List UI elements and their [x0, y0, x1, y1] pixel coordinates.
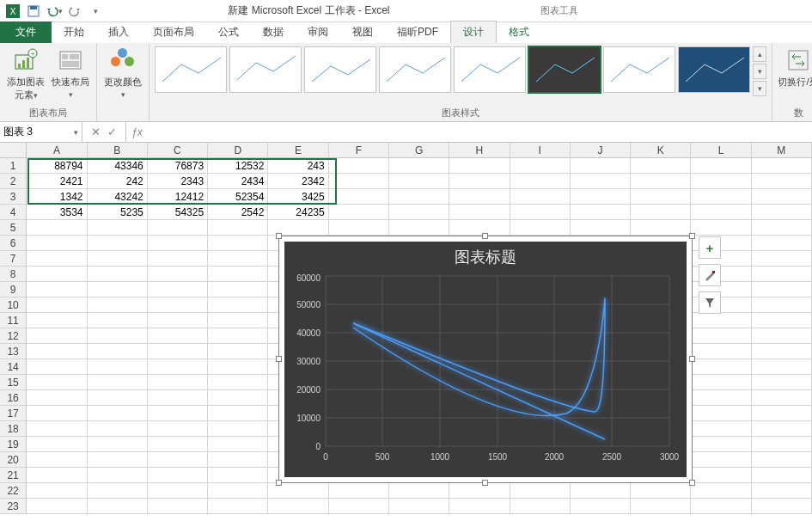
- redo-button[interactable]: [65, 2, 84, 21]
- cell[interactable]: [88, 406, 148, 421]
- cell[interactable]: [389, 189, 449, 205]
- rowhead-10[interactable]: 10: [0, 297, 27, 313]
- rowhead-14[interactable]: 14: [0, 359, 27, 375]
- cell[interactable]: [148, 390, 208, 406]
- tab-insert[interactable]: 插入: [96, 21, 141, 43]
- cell[interactable]: [449, 158, 510, 174]
- tab-review[interactable]: 审阅: [296, 21, 340, 43]
- rowhead-17[interactable]: 17: [0, 406, 27, 421]
- cell[interactable]: [329, 158, 389, 174]
- cell[interactable]: [148, 297, 208, 313]
- cell[interactable]: [571, 174, 631, 189]
- cell[interactable]: [27, 406, 87, 421]
- cell[interactable]: [631, 174, 691, 189]
- colhead-K[interactable]: K: [631, 143, 691, 157]
- tab-page-layout[interactable]: 页面布局: [141, 21, 206, 43]
- cell[interactable]: [148, 421, 208, 437]
- cell[interactable]: [571, 499, 631, 514]
- cell[interactable]: 2434: [208, 174, 268, 189]
- cell[interactable]: [329, 205, 389, 220]
- cell[interactable]: [510, 205, 571, 220]
- cell[interactable]: [571, 158, 631, 174]
- chart-style-7[interactable]: [603, 46, 675, 93]
- cell[interactable]: [752, 328, 812, 344]
- cell[interactable]: [27, 452, 87, 468]
- cell[interactable]: [389, 158, 449, 174]
- cell[interactable]: [208, 267, 268, 282]
- cell[interactable]: [752, 406, 812, 421]
- cell[interactable]: [571, 483, 631, 499]
- rowhead-3[interactable]: 3: [0, 189, 27, 205]
- cell[interactable]: [27, 282, 87, 297]
- cell[interactable]: [148, 282, 208, 297]
- cell[interactable]: [88, 499, 148, 514]
- cell[interactable]: 3534: [27, 205, 87, 220]
- cell[interactable]: [691, 344, 751, 359]
- cell[interactable]: [510, 220, 571, 236]
- cell[interactable]: [88, 297, 148, 313]
- tab-chart-format[interactable]: 格式: [497, 21, 541, 43]
- qat-customize-button[interactable]: ▾: [86, 2, 105, 21]
- chart-style-6[interactable]: [528, 46, 601, 93]
- cell[interactable]: [27, 297, 87, 313]
- cell[interactable]: 43346: [88, 158, 148, 174]
- cell[interactable]: [691, 468, 751, 483]
- cell[interactable]: [752, 359, 812, 375]
- cell[interactable]: [268, 499, 328, 514]
- change-colors-button[interactable]: 更改颜色▾: [102, 46, 143, 99]
- cell[interactable]: [631, 205, 691, 220]
- cell[interactable]: [510, 189, 571, 205]
- tab-home[interactable]: 开始: [52, 21, 96, 43]
- tab-file[interactable]: 文件: [0, 21, 52, 43]
- cell[interactable]: [691, 390, 751, 406]
- colhead-L[interactable]: L: [691, 143, 751, 157]
- cell[interactable]: [691, 359, 751, 375]
- cell[interactable]: 43242: [88, 189, 148, 205]
- cell[interactable]: [148, 313, 208, 328]
- cell[interactable]: [752, 251, 812, 267]
- cell[interactable]: [752, 499, 812, 514]
- cell[interactable]: [148, 236, 208, 251]
- cell[interactable]: 2342: [268, 174, 328, 189]
- cell[interactable]: [752, 267, 812, 282]
- cell[interactable]: [631, 158, 691, 174]
- cell[interactable]: [148, 344, 208, 359]
- chart-style-1[interactable]: [155, 46, 227, 93]
- rowhead-22[interactable]: 22: [0, 483, 27, 499]
- cell[interactable]: [752, 468, 812, 483]
- colhead-B[interactable]: B: [88, 143, 148, 157]
- colhead-I[interactable]: I: [510, 143, 571, 157]
- cell[interactable]: [148, 499, 208, 514]
- cell[interactable]: [88, 468, 148, 483]
- cell[interactable]: [752, 344, 812, 359]
- cell[interactable]: [389, 499, 449, 514]
- cell[interactable]: 12532: [208, 158, 268, 174]
- cell[interactable]: [148, 452, 208, 468]
- cell[interactable]: [88, 421, 148, 437]
- chart-elements-button[interactable]: +: [699, 236, 721, 259]
- cell[interactable]: 2542: [208, 205, 268, 220]
- cell[interactable]: [88, 313, 148, 328]
- cell[interactable]: [208, 328, 268, 344]
- select-all-corner[interactable]: [0, 143, 27, 157]
- formula-cancel-button[interactable]: ✕: [91, 126, 101, 138]
- cell[interactable]: [88, 375, 148, 390]
- cell[interactable]: 52354: [208, 189, 268, 205]
- cell[interactable]: [389, 220, 449, 236]
- cell[interactable]: [752, 220, 812, 236]
- cell[interactable]: [752, 421, 812, 437]
- cell[interactable]: [571, 220, 631, 236]
- cell[interactable]: [631, 483, 691, 499]
- cell[interactable]: [329, 220, 389, 236]
- cell[interactable]: [752, 375, 812, 390]
- cell[interactable]: 243: [268, 158, 328, 174]
- cell[interactable]: [691, 189, 751, 205]
- cell[interactable]: [148, 220, 208, 236]
- name-box-dropdown[interactable]: ▾: [74, 128, 78, 137]
- cell[interactable]: [752, 236, 812, 251]
- cell[interactable]: [691, 328, 751, 344]
- cell[interactable]: [691, 205, 751, 220]
- cell[interactable]: 3425: [268, 189, 328, 205]
- cell[interactable]: [27, 220, 87, 236]
- cell[interactable]: [88, 359, 148, 375]
